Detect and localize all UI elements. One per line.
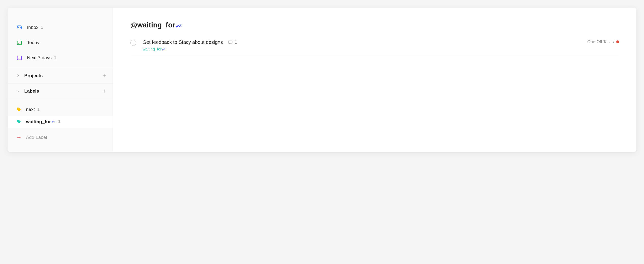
label-item-label: waiting_for zzZ (26, 119, 56, 125)
label-item-label: next (26, 107, 35, 112)
add-label-button[interactable]: Add Label (8, 130, 113, 144)
label-item-next[interactable]: next 1 (8, 103, 113, 116)
task-project-name: One-Off Tasks (587, 39, 614, 44)
task-comments[interactable]: 1 (228, 40, 237, 45)
label-item-waiting-for[interactable]: waiting_for zzZ 1 (8, 116, 113, 128)
today-icon: 21 (16, 39, 22, 46)
app-window: Inbox 1 21 Today Next 7 days 1 Projects (7, 7, 637, 152)
project-color-dot (616, 40, 619, 43)
svg-point-6 (19, 58, 20, 58)
task-body: Get feedback to Stacy about designs 1 wa… (142, 39, 587, 51)
svg-point-7 (20, 58, 20, 58)
task-title: Get feedback to Stacy about designs (142, 39, 223, 45)
task-comments-count: 1 (235, 40, 237, 45)
section-labels-label: Labels (24, 88, 39, 94)
nav-next7[interactable]: Next 7 days 1 (8, 50, 113, 65)
nav-next7-count: 1 (54, 55, 56, 60)
zzz-icon: zzZ (176, 23, 182, 28)
chevron-down-icon (15, 89, 21, 93)
task-checkbox[interactable] (130, 40, 136, 46)
svg-point-9 (19, 59, 20, 59)
nav-inbox-label: Inbox (27, 25, 38, 30)
sidebar: Inbox 1 21 Today Next 7 days 1 Projects (8, 7, 113, 152)
nav-today[interactable]: 21 Today (8, 35, 113, 50)
section-labels[interactable]: Labels (8, 83, 113, 99)
chevron-right-icon (15, 74, 21, 78)
add-label-plus-button[interactable] (100, 87, 108, 95)
nav-inbox-count: 1 (41, 25, 43, 30)
add-project-button[interactable] (100, 72, 108, 79)
inbox-icon (16, 24, 22, 31)
task-title-row: Get feedback to Stacy about designs 1 (142, 39, 587, 45)
section-projects[interactable]: Projects (8, 68, 113, 83)
svg-point-5 (18, 58, 19, 58)
next7-icon (16, 55, 22, 61)
svg-point-15 (18, 108, 18, 109)
main-content: @waiting_for zzZ Get feedback to Stacy a… (113, 7, 636, 152)
tag-icon (16, 107, 22, 112)
labels-list: next 1 waiting_for zzZ 1 (8, 99, 113, 128)
task-label-chip[interactable]: waiting_for zzZ (142, 47, 166, 51)
nav-today-label: Today (27, 40, 40, 45)
zzz-icon: zzZ (51, 120, 56, 124)
label-item-count: 1 (58, 119, 60, 124)
svg-point-8 (18, 59, 19, 59)
svg-point-16 (18, 121, 18, 121)
nav-inbox[interactable]: Inbox 1 (8, 20, 113, 35)
comment-icon (228, 40, 233, 45)
task-project[interactable]: One-Off Tasks (587, 39, 619, 44)
page-title: @waiting_for zzZ (130, 21, 619, 29)
plus-icon (16, 135, 22, 139)
svg-text:21: 21 (18, 42, 20, 44)
add-label-text: Add Label (26, 135, 47, 140)
task-row[interactable]: Get feedback to Stacy about designs 1 wa… (130, 36, 619, 56)
label-item-count: 1 (37, 107, 40, 112)
section-projects-label: Projects (24, 73, 43, 78)
tag-icon (16, 119, 22, 125)
nav-next7-label: Next 7 days (27, 55, 52, 60)
zzz-icon: zzZ (162, 48, 165, 51)
svg-point-10 (20, 59, 20, 59)
